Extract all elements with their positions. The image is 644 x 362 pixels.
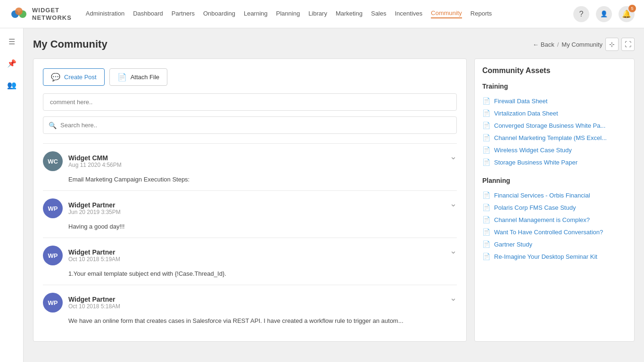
pin-action-btn[interactable]: ⊹	[605, 38, 619, 51]
asset-item[interactable]: 📄 Re-Imagine Your Desktop Seminar Kit	[482, 250, 627, 263]
post-author-name: Widget Partner	[68, 248, 120, 256]
people-icon[interactable]: 👥	[3, 76, 20, 93]
asset-item[interactable]: 📄 Financial Services - Orbis Financial	[482, 189, 627, 201]
nav-link-onboarding[interactable]: Onboarding	[203, 10, 235, 18]
post-content: Having a good day!!!	[43, 223, 457, 230]
asset-item[interactable]: 📄 Virtalization Data Sheet	[482, 107, 627, 119]
asset-link[interactable]: Polaris Corp FMS Case Study	[494, 204, 576, 211]
asset-link[interactable]: Firewall Data Sheet	[494, 98, 547, 105]
pin-page-icon: ⊹	[609, 41, 615, 48]
post-author-info: WP Widget Partner Jun 20 2019 3:35PM	[43, 198, 121, 218]
asset-item[interactable]: 📄 Wireless Widget Case Study	[482, 144, 627, 156]
post-date: Oct 10 2018 5:18AM	[68, 303, 120, 310]
asset-item[interactable]: 📄 Firewall Data Sheet	[482, 95, 627, 107]
nav-link-community[interactable]: Community	[431, 9, 462, 18]
nav-link-reports[interactable]: Reports	[471, 10, 492, 18]
post-author-info: WP Widget Partner Oct 10 2018 5:18AM	[43, 293, 120, 313]
post-content: 1.Your email template subject end with {…	[43, 270, 457, 277]
assets-container: Training 📄 Firewall Data Sheet 📄 Virtali…	[482, 82, 627, 263]
nav-link-planning[interactable]: Planning	[276, 10, 300, 18]
back-label: Back	[541, 41, 554, 48]
avatar: WP	[43, 198, 63, 218]
asset-link[interactable]: Re-Imagine Your Desktop Seminar Kit	[494, 253, 597, 260]
user-avatar-btn[interactable]: 👤	[596, 6, 612, 22]
asset-item[interactable]: 📄 Polaris Corp FMS Case Study	[482, 201, 627, 214]
asset-link[interactable]: Want To Have Controlled Conversation?	[494, 229, 603, 236]
document-icon: 📄	[482, 204, 490, 211]
back-arrow-icon: ←	[533, 41, 539, 48]
document-icon: 📄	[482, 134, 490, 141]
document-icon: 📄	[482, 146, 490, 154]
nav-link-sales[interactable]: Sales	[371, 10, 387, 18]
logo-text: WIDGET NETWORKS	[32, 7, 72, 21]
asset-item[interactable]: 📄 Converged Storage Business White Pa...	[482, 119, 627, 132]
post-expand-button[interactable]: ⌄	[450, 198, 457, 209]
post-header: WP Widget Partner Oct 10 2018 5:19AM ⌄	[43, 246, 457, 265]
asset-link[interactable]: Channel Management is Complex?	[494, 216, 590, 223]
community-assets-sidebar: Community Assets Training 📄 Firewall Dat…	[474, 58, 635, 342]
pin-icon[interactable]: 📌	[3, 55, 20, 72]
content-layout: 💬 Create Post 📄 Attach File 🔍 WC	[33, 58, 635, 342]
nav-link-administration[interactable]: Administration	[86, 10, 124, 18]
post-header: WP Widget Partner Oct 10 2018 5:18AM ⌄	[43, 293, 457, 313]
asset-link[interactable]: Gartner Study	[494, 241, 532, 248]
post-author-info: WC Widget CMM Aug 11 2020 4:56PM	[43, 151, 122, 171]
search-wrapper: 🔍	[43, 116, 457, 134]
asset-item[interactable]: 📄 Channel Management is Complex?	[482, 214, 627, 226]
asset-link[interactable]: Virtalization Data Sheet	[494, 110, 558, 117]
create-post-button[interactable]: 💬 Create Post	[43, 68, 105, 86]
post-expand-button[interactable]: ⌄	[450, 293, 457, 303]
post-date: Aug 11 2020 4:56PM	[68, 162, 122, 168]
post-author-info: WP Widget Partner Oct 10 2018 5:19AM	[43, 246, 120, 265]
asset-item[interactable]: 📄 Channel Marketing Template (MS Excel..…	[482, 132, 627, 144]
document-icon: 📄	[482, 228, 490, 236]
nav-link-library[interactable]: Library	[308, 10, 327, 18]
menu-icon[interactable]: ☰	[3, 33, 20, 50]
attach-file-button[interactable]: 📄 Attach File	[109, 68, 167, 86]
nav-link-dashboard[interactable]: Dashboard	[133, 10, 163, 18]
asset-item[interactable]: 📄 Gartner Study	[482, 238, 627, 250]
document-icon: 📄	[482, 122, 490, 129]
asset-link[interactable]: Channel Marketing Template (MS Excel...	[494, 134, 607, 141]
avatar: WC	[43, 151, 63, 171]
nav-links: AdministrationDashboardPartnersOnboardin…	[86, 9, 573, 18]
asset-link[interactable]: Wireless Widget Case Study	[494, 147, 572, 154]
post-header: WC Widget CMM Aug 11 2020 4:56PM ⌄	[43, 151, 457, 171]
posts-list: WC Widget CMM Aug 11 2020 4:56PM ⌄ Email…	[43, 143, 457, 332]
document-icon: 📄	[482, 158, 490, 166]
avatar: WP	[43, 293, 63, 313]
help-icon-btn[interactable]: ?	[573, 6, 589, 22]
search-input[interactable]	[43, 116, 457, 134]
asset-item[interactable]: 📄 Want To Have Controlled Conversation?	[482, 226, 627, 238]
assets-group: Training 📄 Firewall Data Sheet 📄 Virtali…	[482, 82, 627, 168]
asset-link[interactable]: Storage Business White Paper	[494, 159, 578, 166]
nav-link-partners[interactable]: Partners	[172, 10, 195, 18]
expand-action-btn[interactable]: ⛶	[621, 38, 635, 51]
create-post-label: Create Post	[64, 74, 97, 81]
post-date: Jun 20 2019 3:35PM	[68, 209, 121, 215]
attach-file-label: Attach File	[131, 74, 159, 81]
notification-bell-btn[interactable]: 🔔 5	[619, 6, 635, 22]
nav-link-learning[interactable]: Learning	[244, 10, 268, 18]
nav-link-incentives[interactable]: Incentives	[395, 10, 423, 18]
post-expand-button[interactable]: ⌄	[450, 151, 457, 162]
comment-input[interactable]	[43, 93, 457, 111]
document-icon: 📄	[482, 109, 490, 117]
post-meta: Widget Partner Oct 10 2018 5:19AM	[68, 248, 120, 263]
breadcrumb-current: My Community	[561, 41, 603, 48]
post-item: WC Widget CMM Aug 11 2020 4:56PM ⌄ Email…	[43, 143, 457, 190]
breadcrumb-separator: /	[557, 41, 559, 48]
post-author-name: Widget Partner	[68, 201, 121, 209]
top-navigation: WIDGET NETWORKS AdministrationDashboardP…	[0, 0, 644, 28]
document-icon: 📄	[482, 253, 490, 260]
asset-item[interactable]: 📄 Storage Business White Paper	[482, 156, 627, 168]
logo-icon	[9, 5, 28, 24]
post-content: Email Marketing Campaign Execution Steps…	[43, 176, 457, 183]
asset-link[interactable]: Converged Storage Business White Pa...	[494, 122, 605, 129]
page-title: My Community	[33, 38, 107, 50]
asset-link[interactable]: Financial Services - Orbis Financial	[494, 192, 590, 199]
back-button[interactable]: ← Back	[533, 41, 554, 48]
page-header: My Community ← Back / My Community ⊹ ⛶	[33, 38, 635, 51]
nav-link-marketing[interactable]: Marketing	[336, 10, 363, 18]
post-expand-button[interactable]: ⌄	[450, 246, 457, 256]
